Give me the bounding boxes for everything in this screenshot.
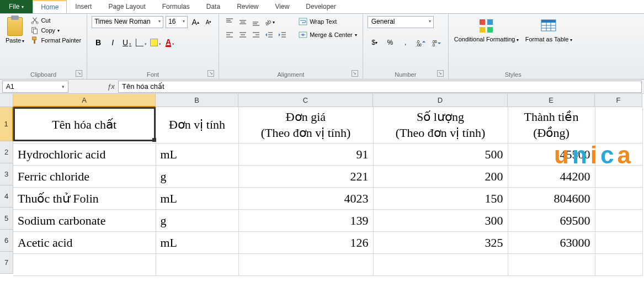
row-header-4[interactable]: 4: [0, 185, 13, 208]
number-dialog-launcher[interactable]: ↘: [437, 70, 444, 77]
column-header-F[interactable]: F: [595, 94, 642, 107]
cell-D5[interactable]: 300: [373, 210, 508, 232]
number-format-combo[interactable]: General: [368, 16, 434, 28]
currency-button[interactable]: $▾: [368, 36, 382, 49]
formula-input[interactable]: Tên hóa chất: [118, 81, 642, 93]
cell-B1[interactable]: Đơn vị tính: [156, 107, 238, 144]
align-top-button[interactable]: [223, 16, 236, 28]
underline-button[interactable]: U: [120, 36, 134, 49]
align-right-button[interactable]: [250, 29, 262, 41]
cut-button[interactable]: Cut: [30, 16, 82, 25]
font-dialog-launcher[interactable]: ↘: [207, 70, 214, 77]
cell-C3[interactable]: 221: [238, 166, 373, 188]
tab-review[interactable]: Review: [228, 0, 267, 13]
align-center-button[interactable]: [237, 29, 249, 41]
align-middle-button[interactable]: [237, 16, 249, 28]
cell-F6[interactable]: [595, 232, 642, 254]
tab-developer[interactable]: Developer: [297, 0, 344, 13]
cell-B2[interactable]: mL: [156, 144, 238, 166]
shrink-font-button[interactable]: A▾: [203, 17, 214, 28]
format-painter-button[interactable]: Format Painter: [30, 36, 82, 45]
comma-button[interactable]: ,: [398, 36, 413, 49]
file-tab[interactable]: File: [0, 0, 33, 13]
cell-A6[interactable]: Acetic acid: [13, 232, 156, 254]
copy-button[interactable]: Copy▾: [30, 26, 82, 35]
align-left-button[interactable]: [223, 29, 236, 41]
row-header-5[interactable]: 5: [0, 208, 13, 230]
orientation-button[interactable]: ab▾: [263, 16, 275, 28]
conditional-formatting-button[interactable]: Conditional Formatting: [453, 16, 520, 44]
tab-view[interactable]: View: [267, 0, 298, 13]
cell-C1[interactable]: Đơn giá(Theo đơn vị tính): [238, 107, 373, 144]
tab-insert[interactable]: Insert: [67, 0, 100, 13]
cell-F5[interactable]: [595, 210, 642, 232]
cell-F1[interactable]: [595, 107, 642, 144]
tab-formulas[interactable]: Formulas: [154, 0, 198, 13]
row-header-3[interactable]: 3: [0, 163, 13, 185]
bold-button[interactable]: B: [92, 36, 105, 49]
cell-E2[interactable]: 45500: [508, 144, 595, 166]
font-color-button[interactable]: A: [163, 36, 177, 49]
cell-E4[interactable]: 804600: [508, 188, 595, 210]
tab-home[interactable]: Home: [33, 0, 67, 13]
cell-D6[interactable]: 325: [373, 232, 508, 254]
cell-C4[interactable]: 4023: [238, 188, 373, 210]
merge-center-button[interactable]: Merge & Center▾: [297, 29, 358, 40]
row-header-2[interactable]: 2: [0, 141, 13, 163]
column-header-D[interactable]: D: [373, 94, 508, 107]
cell-A3[interactable]: Ferric chloride: [13, 166, 156, 188]
cell-E3[interactable]: 44200: [508, 166, 595, 188]
paste-button[interactable]: Paste: [4, 16, 25, 45]
select-all-corner[interactable]: [0, 94, 13, 107]
cell-A2[interactable]: Hydrochloric acid: [13, 144, 156, 166]
row-header-1[interactable]: 1: [0, 107, 13, 141]
cell-B7[interactable]: [156, 254, 238, 276]
column-header-B[interactable]: B: [156, 94, 238, 107]
align-bottom-button[interactable]: [250, 16, 262, 28]
cell-D7[interactable]: [373, 254, 508, 276]
cell-A4[interactable]: Thuốc thử Folin: [13, 188, 156, 210]
clipboard-dialog-launcher[interactable]: ↘: [76, 70, 82, 77]
row-header-7[interactable]: 7: [0, 252, 13, 274]
italic-button[interactable]: I: [106, 36, 119, 49]
cell-F7[interactable]: [595, 254, 642, 276]
percent-button[interactable]: %: [383, 36, 397, 49]
cell-B4[interactable]: mL: [156, 188, 238, 210]
fill-color-button[interactable]: [149, 36, 162, 49]
font-size-combo[interactable]: 16: [166, 16, 188, 28]
row-header-6[interactable]: 6: [0, 230, 13, 252]
column-header-A[interactable]: A: [13, 94, 156, 107]
cell-E1[interactable]: Thành tiền(Đồng): [508, 107, 595, 144]
increase-indent-button[interactable]: [276, 29, 289, 41]
cell-D3[interactable]: 200: [373, 166, 508, 188]
cell-D4[interactable]: 150: [373, 188, 508, 210]
cell-C7[interactable]: [238, 254, 373, 276]
fx-icon[interactable]: ƒx: [104, 82, 118, 91]
name-box[interactable]: A1: [2, 81, 68, 93]
cell-A1[interactable]: Tên hóa chất: [13, 107, 156, 144]
cell-D1[interactable]: Số lượng(Theo đơn vị tính): [373, 107, 508, 144]
column-header-E[interactable]: E: [508, 94, 595, 107]
borders-button[interactable]: [135, 36, 148, 49]
grow-font-button[interactable]: A▴: [190, 17, 201, 28]
cell-E5[interactable]: 69500: [508, 210, 595, 232]
increase-decimal-button[interactable]: .0.00: [414, 36, 428, 49]
cell-A5[interactable]: Sodium carbonate: [13, 210, 156, 232]
font-name-combo[interactable]: Times New Roman: [92, 16, 163, 28]
cell-C2[interactable]: 91: [238, 144, 373, 166]
tab-data[interactable]: Data: [198, 0, 228, 13]
cell-D2[interactable]: 500: [373, 144, 508, 166]
cell-B3[interactable]: g: [156, 166, 238, 188]
cell-F3[interactable]: [595, 166, 642, 188]
format-as-table-button[interactable]: Format as Table: [524, 16, 573, 44]
cell-F2[interactable]: [595, 144, 642, 166]
alignment-dialog-launcher[interactable]: ↘: [352, 70, 358, 77]
cell-C5[interactable]: 139: [238, 210, 373, 232]
decrease-decimal-button[interactable]: .00.0: [429, 36, 444, 49]
column-header-C[interactable]: C: [238, 94, 373, 107]
cell-C6[interactable]: 126: [238, 232, 373, 254]
decrease-indent-button[interactable]: [263, 29, 275, 41]
cell-E6[interactable]: 63000: [508, 232, 595, 254]
cell-A7[interactable]: [13, 254, 156, 276]
cell-B6[interactable]: mL: [156, 232, 238, 254]
